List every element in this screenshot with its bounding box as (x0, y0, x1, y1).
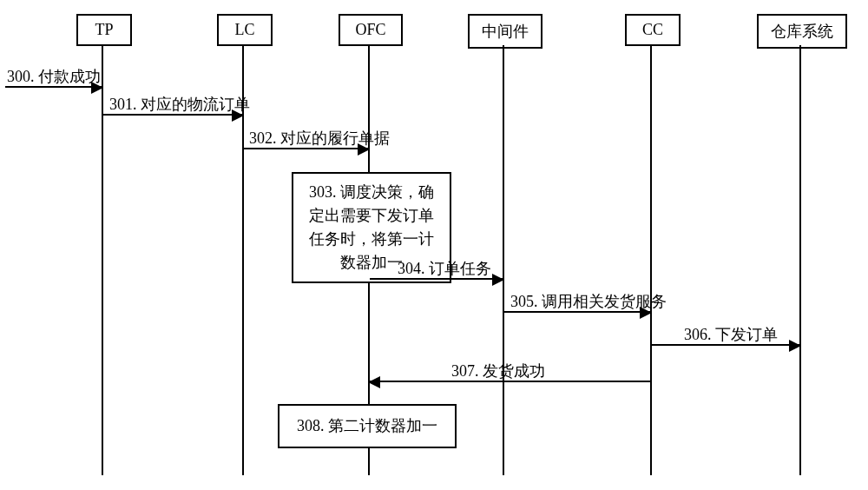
participant-cc: CC (625, 14, 681, 46)
arrowhead-right-icon (232, 109, 244, 122)
msg-301-arrow (103, 114, 242, 116)
lifeline-cc (650, 45, 652, 475)
msg-304-arrow (370, 278, 503, 280)
participant-ofc: OFC (339, 14, 403, 46)
msg-307-arrow (370, 381, 650, 382)
lifeline-tp (102, 45, 103, 475)
svg-marker-6 (368, 376, 380, 388)
arrowhead-right-icon (358, 143, 370, 156)
participant-label: TP (95, 21, 113, 38)
lifeline-middleware (503, 45, 504, 475)
svg-marker-3 (492, 274, 504, 286)
note-308-text: 308. 第二计数器加一 (297, 417, 437, 434)
msg-306-label: 306. 下发订单 (684, 324, 778, 345)
svg-marker-4 (640, 307, 652, 319)
participant-label: LC (234, 21, 254, 38)
msg-305-arrow (504, 311, 650, 313)
svg-marker-2 (358, 143, 370, 156)
arrowhead-right-icon (789, 340, 801, 352)
svg-marker-0 (91, 82, 103, 94)
lifeline-warehouse (799, 45, 801, 475)
msg-306-arrow (652, 344, 799, 346)
arrowhead-left-icon (368, 376, 380, 388)
participant-label: OFC (355, 21, 385, 38)
msg-304-label: 304. 订单任务 (398, 258, 491, 279)
svg-marker-1 (232, 109, 244, 122)
msg-300-arrow (5, 86, 102, 88)
participant-label: 仓库系统 (771, 23, 833, 40)
participant-middleware: 中间件 (468, 14, 542, 49)
msg-301-label: 301. 对应的物流订单 (109, 94, 250, 115)
svg-marker-5 (789, 340, 801, 352)
participant-warehouse: 仓库系统 (757, 14, 847, 49)
participant-tp: TP (76, 14, 132, 46)
msg-302-arrow (244, 148, 368, 149)
sequence-diagram: TP LC OFC 中间件 CC 仓库系统 300. 付款成功 301. 对应的… (0, 0, 868, 490)
participant-label: 中间件 (482, 23, 529, 40)
participant-label: CC (642, 21, 663, 38)
msg-307-label: 307. 发货成功 (451, 361, 545, 381)
arrowhead-right-icon (91, 82, 103, 94)
arrowhead-right-icon (492, 274, 504, 286)
note-308: 308. 第二计数器加一 (278, 404, 457, 448)
participant-lc: LC (217, 14, 273, 46)
arrowhead-right-icon (640, 307, 652, 319)
msg-300-label: 300. 付款成功 (7, 66, 101, 87)
